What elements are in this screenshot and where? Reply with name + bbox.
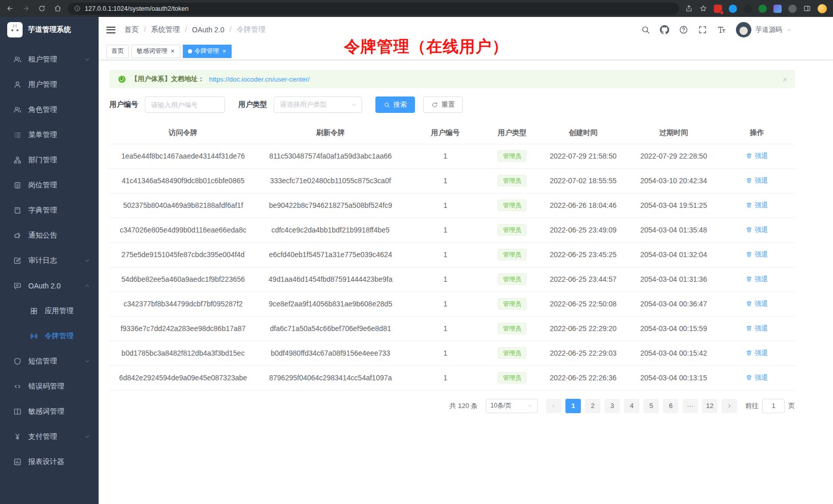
pagination-page-button[interactable]: 3: [604, 399, 620, 413]
force-logout-button[interactable]: 强退: [746, 201, 768, 210]
forward-icon[interactable]: [22, 5, 30, 12]
active-dot-icon: [188, 49, 192, 53]
extension-icon[interactable]: [788, 5, 797, 13]
force-logout-button[interactable]: 强退: [746, 275, 768, 284]
url-bar[interactable]: 127.0.0.1:1024/system/oauth2/token: [68, 3, 679, 15]
breadcrumb-item[interactable]: 系统管理: [139, 25, 180, 34]
alert-close-icon[interactable]: ×: [783, 75, 787, 84]
extension-icon[interactable]: [729, 5, 737, 13]
browser-nav: [6, 5, 62, 12]
force-logout-button[interactable]: 强退: [746, 348, 768, 358]
sidebar-item-icon: [30, 307, 38, 315]
reset-button[interactable]: 重置: [423, 96, 463, 113]
sidebar-item[interactable]: 审计日志: [0, 248, 99, 273]
pagination-page-button[interactable]: ···: [683, 399, 698, 413]
search-icon[interactable]: [641, 25, 650, 34]
pagination-page-button[interactable]: 1: [565, 399, 581, 413]
bookmark-star-icon[interactable]: [699, 5, 707, 12]
sidebar-item-label: 角色管理: [28, 105, 57, 114]
sidebar-item[interactable]: 敏感词管理: [0, 399, 99, 424]
force-logout-button[interactable]: 强退: [746, 324, 768, 333]
trash-icon: [746, 202, 752, 208]
tab[interactable]: 令牌管理 ×: [183, 45, 232, 58]
sidebar-item[interactable]: 租户管理: [0, 47, 99, 72]
column-header: 刷新令牌: [257, 122, 404, 144]
refresh-token-cell: be90422b8c7946218275a508bf524fc9: [257, 193, 404, 218]
pagination-total: 共 120 条: [449, 401, 478, 411]
sidebar-item[interactable]: 角色管理: [0, 97, 99, 122]
actions-cell: 强退: [719, 168, 795, 193]
page-content: 【用户体系】文档地址： https://doc.iocoder.cn/user-…: [99, 60, 833, 504]
force-logout-button[interactable]: 强退: [746, 250, 768, 259]
sidebar-item[interactable]: 支付管理: [0, 424, 99, 449]
browser-profile-avatar[interactable]: [818, 4, 827, 13]
sidebar-item-icon: [13, 156, 22, 164]
sidebar-item[interactable]: 报表设计器: [0, 449, 99, 474]
user-menu[interactable]: 芋道源码: [736, 22, 792, 37]
force-logout-button[interactable]: 强退: [746, 373, 768, 382]
info-icon[interactable]: [74, 5, 81, 12]
pagination-prev-button[interactable]: [546, 399, 561, 413]
sidebar-item-icon: [13, 357, 22, 365]
fullscreen-icon[interactable]: [698, 25, 707, 34]
sidebar-item[interactable]: 令牌管理: [0, 323, 99, 348]
user-id-cell: 1: [404, 341, 486, 365]
help-icon[interactable]: [679, 25, 688, 34]
search-button[interactable]: 搜索: [375, 96, 415, 113]
side-panel-icon[interactable]: [803, 5, 811, 12]
sidebar-item[interactable]: 通知公告: [0, 223, 99, 248]
breadcrumb-item[interactable]: 首页: [124, 25, 139, 34]
github-icon[interactable]: [660, 25, 669, 34]
sidebar-item[interactable]: 菜单管理: [0, 122, 99, 147]
pagination-page-button[interactable]: 6: [663, 399, 678, 413]
expire-time-cell: 2022-07-29 22:28:50: [629, 144, 719, 168]
tab-label: 令牌管理: [195, 47, 219, 55]
alert-doc-link[interactable]: https://doc.iocoder.cn/user-center/: [209, 75, 310, 83]
sidebar-item[interactable]: OAuth 2.0: [0, 273, 99, 298]
sidebar-item[interactable]: 用户管理: [0, 72, 99, 97]
sidebar-item-icon: [13, 55, 22, 64]
tab-close-icon[interactable]: ×: [170, 48, 175, 54]
tab[interactable]: 首页: [106, 45, 129, 58]
breadcrumb-item[interactable]: OAuth 2.0: [180, 26, 224, 34]
sidebar-item[interactable]: 应用管理: [0, 298, 99, 323]
pagination-goto: 前往 页: [745, 399, 795, 413]
sidebar-item[interactable]: 岗位管理: [0, 172, 99, 198]
extension-icon[interactable]: [744, 5, 752, 13]
pagination-next-button[interactable]: [722, 399, 737, 413]
sidebar-item[interactable]: 部门管理: [0, 147, 99, 172]
sidebar-toggle-icon[interactable]: [106, 27, 116, 33]
page-size-select[interactable]: 10条/页: [486, 399, 538, 413]
home-icon[interactable]: [54, 5, 62, 12]
user-id-input[interactable]: [145, 96, 225, 113]
pagination-page-button[interactable]: 4: [624, 399, 639, 413]
doc-alert: 【用户体系】文档地址： https://doc.iocoder.cn/user-…: [109, 70, 795, 88]
sidebar-item[interactable]: 错误码管理: [0, 374, 99, 399]
sidebar-item[interactable]: 短信管理: [0, 348, 99, 374]
extension-icon[interactable]: [714, 5, 722, 13]
force-logout-button[interactable]: 强退: [746, 225, 768, 235]
access-token-cell: 275e5de9151045fe87cbdc395e004f4d: [109, 242, 257, 267]
share-icon[interactable]: [685, 5, 693, 12]
force-logout-button[interactable]: 强退: [746, 151, 768, 161]
goto-page-input[interactable]: [762, 399, 785, 413]
pagination-page-button[interactable]: 2: [585, 399, 600, 413]
pagination-page-button[interactable]: 12: [702, 399, 717, 413]
tab-close-icon[interactable]: ×: [222, 48, 227, 54]
reload-icon[interactable]: [38, 5, 46, 12]
user-type-select[interactable]: 请选择用户类型: [274, 96, 362, 113]
breadcrumb-item[interactable]: 令牌管理: [224, 25, 266, 34]
extension-icon[interactable]: [773, 5, 782, 13]
pagination-page-button[interactable]: 5: [643, 399, 659, 413]
font-size-icon[interactable]: [717, 25, 726, 34]
user-type-cell: 管理员: [486, 365, 538, 390]
create-time-cell: 2022-06-25 22:26:36: [538, 365, 628, 390]
tab[interactable]: 敏感词管理 ×: [131, 45, 180, 58]
user-type-cell: 管理员: [486, 218, 538, 242]
back-icon[interactable]: [6, 5, 14, 12]
force-logout-button[interactable]: 强退: [746, 299, 768, 308]
extension-icon[interactable]: [759, 5, 767, 13]
force-logout-button[interactable]: 强退: [746, 176, 768, 185]
chevron-down-icon: [84, 56, 90, 63]
sidebar-item[interactable]: 字典管理: [0, 198, 99, 223]
